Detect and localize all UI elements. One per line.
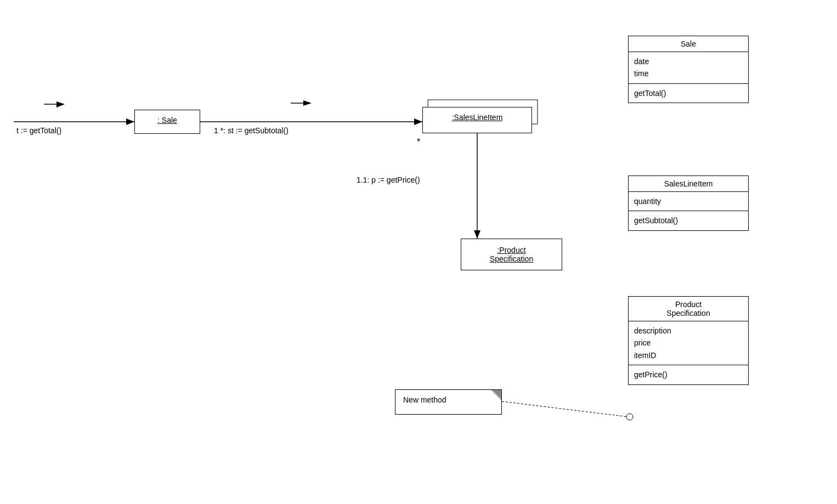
note-label: New method xyxy=(403,395,446,404)
svg-marker-10 xyxy=(474,230,480,239)
ps-class-header: Product Specification xyxy=(629,297,748,321)
get-total-label: t := getTotal() xyxy=(16,126,61,135)
multiplicity-label: * xyxy=(417,137,420,147)
sale-class[interactable]: Sale date time getTotal() xyxy=(628,36,749,103)
svg-point-12 xyxy=(626,414,633,420)
svg-marker-7 xyxy=(303,100,312,106)
ps-class-methods: getPrice() xyxy=(629,365,748,384)
ps-attr-description: description xyxy=(634,325,743,337)
sli-attr-quantity: quantity xyxy=(634,195,743,207)
product-spec-class[interactable]: Product Specification description price … xyxy=(628,296,749,385)
ps-class-attributes: description price itemID xyxy=(629,321,748,365)
get-subtotal-label: 1 *: st := getSubtotal() xyxy=(214,126,289,135)
sale-class-header: Sale xyxy=(629,36,748,52)
sale-object-name: : Sale xyxy=(157,116,177,124)
ps-method-getprice: getPrice() xyxy=(634,369,743,381)
sales-line-item-class[interactable]: SalesLineItem quantity getSubtotal() xyxy=(628,175,749,231)
sales-line-item-object[interactable]: :SalesLineItem xyxy=(422,107,532,133)
sale-method-gettotal: getTotal() xyxy=(634,87,743,99)
sale-attr-date: date xyxy=(634,55,743,67)
sale-object[interactable]: : Sale xyxy=(134,110,200,134)
sli-method-getsubtotal: getSubtotal() xyxy=(634,214,743,226)
sli-class-header: SalesLineItem xyxy=(629,176,748,192)
ps-attr-price: price xyxy=(634,337,743,349)
get-price-label: 1.1: p := getPrice() xyxy=(357,175,420,184)
ps-attr-itemid: itemID xyxy=(634,349,743,361)
note-box[interactable]: New method xyxy=(395,389,502,415)
sale-class-methods: getTotal() xyxy=(629,84,748,103)
sale-attr-time: time xyxy=(634,67,743,80)
sales-line-item-object-name: :SalesLineItem xyxy=(452,113,503,122)
svg-marker-1 xyxy=(126,118,134,125)
sli-class-methods: getSubtotal() xyxy=(629,211,748,230)
sli-class-attributes: quantity xyxy=(629,192,748,211)
svg-marker-3 xyxy=(56,101,65,107)
product-spec-object[interactable]: :Product Specification xyxy=(461,239,562,270)
product-spec-object-name: :Product Specification xyxy=(490,246,533,263)
sale-class-attributes: date time xyxy=(629,52,748,84)
svg-marker-5 xyxy=(414,118,422,125)
svg-line-11 xyxy=(502,401,628,417)
diagram-canvas: t := getTotal() 1 *: st := getSubtotal()… xyxy=(0,0,837,504)
